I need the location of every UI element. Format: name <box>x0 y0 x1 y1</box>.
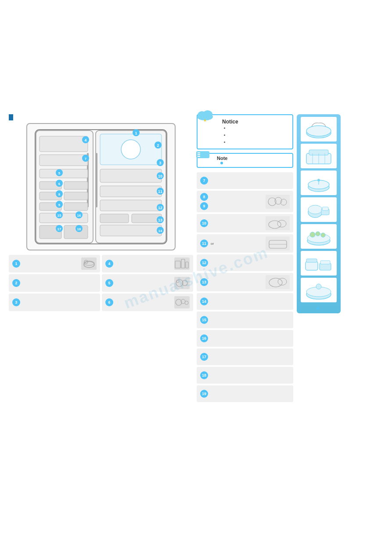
svg-rect-19 <box>100 169 162 182</box>
svg-text:5: 5 <box>58 171 61 175</box>
item-img-5 <box>174 277 190 289</box>
item-cell-18: 18 <box>197 367 293 384</box>
item-cell-7: 7 <box>197 172 293 189</box>
svg-rect-7 <box>40 169 88 178</box>
svg-text:3: 3 <box>159 161 161 165</box>
svg-point-75 <box>203 110 212 118</box>
svg-text:7: 7 <box>85 157 87 161</box>
left-column: 1 2 3 4 10 11 12 13 5 <box>9 114 193 311</box>
item-num-18: 18 <box>200 371 208 379</box>
note-label: Note <box>217 156 289 161</box>
item-cell-1: 1 <box>9 255 100 272</box>
item-cell-5: 5 <box>102 274 193 292</box>
svg-rect-113 <box>320 261 330 264</box>
item-img-4 <box>174 258 190 270</box>
svg-text:17: 17 <box>58 227 61 231</box>
page: manualshive.com <box>0 0 392 555</box>
note-icon <box>195 149 214 159</box>
item-num-1: 1 <box>12 260 20 268</box>
sidebar-img-5 <box>301 224 337 249</box>
svg-point-88 <box>269 278 282 287</box>
item-cell-4: 4 <box>102 255 193 272</box>
item-cell-8-9: 8 9 <box>197 191 293 212</box>
food-img-10 <box>266 216 290 230</box>
sidebar-img-2 <box>301 144 337 168</box>
svg-rect-110 <box>306 261 318 270</box>
notice-cloud-icon <box>195 109 219 121</box>
item-cell-19: 19 <box>197 385 293 402</box>
food-img-8-9 <box>266 195 290 209</box>
svg-point-85 <box>277 220 286 227</box>
notice-bullet-1 <box>230 125 289 132</box>
svg-rect-112 <box>306 259 317 262</box>
svg-point-108 <box>316 232 320 236</box>
fridge-svg: 1 2 3 4 10 11 12 13 5 <box>31 127 171 246</box>
item-cell-16: 16 <box>197 330 293 347</box>
notice-label: Notice <box>222 119 289 125</box>
notice-bullet-3 <box>230 139 289 146</box>
sidebar-img-7 <box>301 278 337 302</box>
item-cell-13: 13 <box>197 273 293 291</box>
notice-bullet-2 <box>230 132 289 139</box>
item-cell-17: 17 <box>197 348 293 365</box>
svg-point-72 <box>185 301 188 305</box>
right-sidebar <box>297 114 341 313</box>
item-cell-14: 14 <box>197 293 293 310</box>
note-box: Note <box>197 153 293 168</box>
svg-text:18: 18 <box>77 227 81 231</box>
item-num-13: 13 <box>200 278 208 286</box>
svg-rect-21 <box>100 200 162 211</box>
svg-rect-22 <box>100 214 129 223</box>
item-num-3: 3 <box>12 298 20 306</box>
notice-box: Notice <box>197 114 293 149</box>
item-num-19: 19 <box>200 390 208 398</box>
svg-rect-9 <box>64 181 88 189</box>
svg-point-116 <box>316 284 321 289</box>
item-cell-11: 11 or <box>197 234 293 253</box>
item-num-17: 17 <box>200 353 208 361</box>
item-cell-3: 3 <box>9 294 100 311</box>
svg-point-109 <box>321 233 325 237</box>
section-heading-bar <box>9 114 13 120</box>
svg-rect-66 <box>186 262 188 268</box>
item-num-6: 6 <box>105 298 113 306</box>
svg-rect-11 <box>64 192 88 200</box>
blue-panel <box>297 114 341 313</box>
svg-text:10: 10 <box>158 174 162 178</box>
item-cell-15: 15 <box>197 312 293 328</box>
svg-rect-111 <box>320 263 331 270</box>
svg-rect-24 <box>100 225 162 236</box>
item-num-11: 11 <box>200 239 208 247</box>
svg-text:6: 6 <box>58 182 61 186</box>
item-num-12: 12 <box>200 259 208 267</box>
svg-text:9: 9 <box>58 203 61 207</box>
sidebar-img-4 <box>301 197 337 222</box>
svg-rect-5 <box>40 136 88 152</box>
svg-text:12: 12 <box>158 206 162 210</box>
svg-rect-64 <box>175 261 180 268</box>
item-num-2: 2 <box>12 279 20 287</box>
svg-text:13: 13 <box>158 218 162 222</box>
item-cell-6: 6 <box>102 294 193 311</box>
item-num-9: 9 <box>200 202 208 210</box>
item-cell-10: 10 <box>197 214 293 232</box>
item-num-5: 5 <box>105 279 113 287</box>
svg-point-107 <box>310 232 315 237</box>
item-num-4: 4 <box>105 260 113 268</box>
section-heading <box>9 114 193 120</box>
svg-point-18 <box>121 140 140 159</box>
svg-rect-6 <box>40 155 88 166</box>
svg-rect-20 <box>100 186 162 197</box>
item-num-10: 10 <box>200 219 208 227</box>
note-container: Note <box>197 153 293 168</box>
item-num-8: 8 <box>200 193 208 201</box>
svg-text:2: 2 <box>157 143 159 148</box>
svg-rect-13 <box>64 203 88 210</box>
svg-rect-79 <box>198 154 200 155</box>
notice-bullets <box>225 125 289 146</box>
svg-point-84 <box>269 221 281 229</box>
svg-text:4: 4 <box>84 138 86 142</box>
svg-text:11: 11 <box>158 189 162 194</box>
sidebar-img-6 <box>301 251 337 276</box>
svg-point-102 <box>308 205 322 214</box>
